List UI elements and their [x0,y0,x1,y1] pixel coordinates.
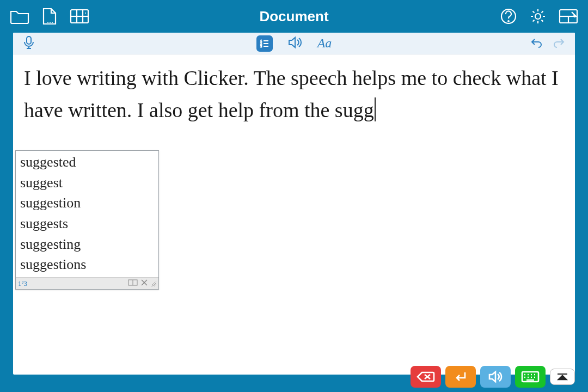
enter-button[interactable] [445,366,476,388]
keyboard-button[interactable] [515,366,546,388]
speak-button[interactable] [480,366,511,388]
resize-grip-icon[interactable] [151,281,156,286]
suggestion-popup: suggested suggest suggestion suggests su… [15,150,159,290]
font-icon[interactable]: Aa [317,36,332,51]
bottom-toolbar [411,366,575,388]
formatting-toolbar: 123 Aa [13,33,575,54]
svg-point-9 [508,21,509,22]
speaker-icon[interactable] [288,36,302,51]
layout-toggle-icon[interactable] [128,278,138,289]
svg-point-2 [52,22,53,23]
svg-point-7 [85,13,86,14]
collapse-button[interactable] [550,369,575,385]
new-document-icon[interactable] [41,8,58,25]
svg-point-1 [50,22,51,23]
undo-icon[interactable] [530,37,542,50]
delete-button[interactable] [411,366,441,388]
titlebar-left-group [10,8,151,25]
microphone-icon[interactable] [23,35,35,52]
svg-rect-14 [27,36,31,44]
suggestion-item[interactable]: suggestion [20,193,154,213]
suggestion-item[interactable]: suggesting [20,234,154,255]
suggestion-item[interactable]: suggested [20,152,154,173]
suggestion-item[interactable]: suggests [20,213,154,234]
edit-layout-icon[interactable] [559,9,578,24]
svg-text:3: 3 [260,45,262,48]
grid-view-icon[interactable] [70,9,89,24]
text-editor[interactable]: I love writing with Clicker. The speech … [13,54,575,134]
list-icon[interactable]: 123 [256,35,273,52]
help-icon[interactable] [500,8,517,25]
svg-point-0 [47,22,48,23]
workspace: 123 Aa I love writing with Clicker. The … [13,33,575,375]
suggestion-footer-label[interactable]: 1²3 [18,278,27,289]
suggestion-item[interactable]: suggestions [20,254,154,275]
folder-icon[interactable] [10,8,29,24]
titlebar-right-group [437,8,578,25]
suggestion-item[interactable]: suggest [20,173,154,193]
suggestion-footer: 1²3 [16,277,158,289]
editor-text: I love writing with Clicker. The speech … [24,66,559,121]
settings-icon[interactable] [529,8,547,25]
close-icon[interactable] [141,278,148,289]
document-title: Document [151,8,437,25]
svg-point-10 [535,14,541,19]
suggestion-list: suggested suggest suggestion suggests su… [16,151,158,277]
text-cursor [375,97,376,121]
titlebar: Document [0,0,588,33]
redo-icon[interactable] [553,37,565,50]
